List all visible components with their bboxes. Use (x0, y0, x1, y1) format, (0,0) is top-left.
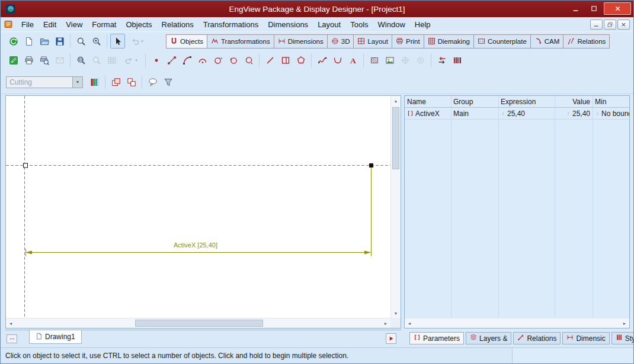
scroll-right-icon[interactable]: ► (620, 318, 629, 328)
tab-relations-panel[interactable]: Relations (513, 332, 561, 344)
menu-file[interactable]: File (17, 19, 39, 30)
polygon-tool-button[interactable] (293, 53, 308, 68)
open-project-button[interactable] (37, 34, 52, 49)
line-tool-button[interactable] (164, 53, 179, 68)
panel-hscrollbar[interactable]: ◄ ► (405, 318, 629, 328)
text-tool-button[interactable]: A (345, 53, 360, 68)
tab-3d[interactable]: 3D (327, 34, 354, 49)
tab-objects[interactable]: Objects (166, 34, 207, 49)
send-button[interactable] (52, 53, 67, 68)
show-layer-button-2[interactable] (124, 75, 139, 89)
point-icon (152, 56, 161, 65)
center-mark-tool-button[interactable] (398, 53, 412, 68)
barcode-tool-button[interactable] (450, 53, 465, 68)
layer-colors-button[interactable] (87, 75, 102, 89)
construction-line-tool-button[interactable] (262, 53, 277, 68)
arc-center-tool-button[interactable] (195, 53, 210, 68)
redo-button[interactable]: ▾ (120, 53, 142, 68)
tab-styles[interactable]: Styles (611, 332, 634, 344)
mdi-minimize-button[interactable] (590, 20, 603, 30)
tab-label: Dimensic (576, 334, 605, 343)
circle-tool-button-1[interactable] (210, 53, 225, 68)
dropdown-chevron-icon[interactable]: ▾ (141, 39, 143, 44)
tab-layout[interactable]: Layout (353, 34, 392, 49)
drawing-canvas[interactable]: ActiveX [25,40] (6, 96, 390, 318)
close-button[interactable] (604, 2, 631, 15)
sheet-menu-button[interactable] (7, 334, 17, 343)
tab-relations[interactable]: Relations (563, 34, 610, 49)
zoom-extents-button[interactable] (89, 53, 104, 68)
scroll-down-icon[interactable]: ▼ (391, 308, 401, 318)
scroll-up-icon[interactable]: ▲ (391, 96, 401, 105)
dropdown-chevron-icon[interactable]: ▾ (135, 58, 137, 63)
maximize-button[interactable] (585, 2, 603, 15)
tab-cam[interactable]: CAM (530, 34, 563, 49)
minimize-button[interactable] (567, 2, 584, 15)
zoom-button[interactable] (73, 34, 88, 49)
mdi-close-button[interactable] (617, 20, 630, 30)
hatch-tool-button[interactable] (367, 53, 382, 68)
callout-button[interactable] (145, 75, 160, 89)
app-logo-icon[interactable] (6, 4, 15, 14)
arc-3pt-tool-button[interactable] (180, 53, 194, 68)
tab-parameters[interactable]: Parameters (409, 332, 464, 344)
undo-button[interactable]: ▾ (126, 34, 148, 49)
sheet-nav-button[interactable] (386, 333, 396, 344)
show-layer-button-1[interactable] (108, 75, 123, 89)
standard-button[interactable] (6, 34, 21, 49)
menu-help[interactable]: Help (410, 19, 436, 30)
chevron-down-icon[interactable]: ▼ (72, 77, 82, 88)
tab-layers[interactable]: Layers & (466, 332, 511, 344)
print-preview-button[interactable] (37, 53, 52, 68)
menu-objects[interactable]: Objects (121, 19, 156, 30)
new-document-button[interactable] (21, 34, 36, 49)
rectangle-tool-button[interactable] (278, 53, 293, 68)
bridges-tool-button[interactable] (434, 53, 449, 68)
tab-print[interactable]: Print (392, 34, 424, 49)
tab-dimensions-panel[interactable]: Dimensic (562, 332, 609, 344)
hscroll-thumb[interactable] (135, 320, 263, 327)
mdi-restore-button[interactable] (604, 20, 616, 30)
scroll-right-icon[interactable]: ► (381, 318, 390, 328)
handle-left[interactable] (24, 163, 28, 167)
tab-transformations[interactable]: Transformations (207, 34, 274, 49)
menu-layout[interactable]: Layout (313, 19, 345, 30)
save-button[interactable] (52, 34, 67, 49)
grid-button[interactable] (104, 53, 119, 68)
tab-counterplate[interactable]: Counterplate (473, 34, 530, 49)
tab-diemaking[interactable]: Diemaking (424, 34, 473, 49)
document-icon[interactable] (4, 20, 13, 29)
menu-dimensions[interactable]: Dimensions (263, 19, 313, 30)
select-tool-button[interactable] (110, 34, 125, 49)
print-button[interactable] (21, 53, 36, 68)
table-row[interactable]: ActiveXMainf25,40f25,40fNo bound (405, 108, 629, 120)
handle-right[interactable] (369, 163, 373, 167)
image-tool-button[interactable] (382, 53, 397, 68)
canvas-hscrollbar[interactable]: ◄ ► (6, 318, 390, 328)
menu-view[interactable]: View (61, 19, 87, 30)
dimension-label[interactable]: ActiveX [25,40] (174, 241, 217, 249)
canvas-vscrollbar[interactable]: ▲ ▼ (390, 96, 401, 318)
menu-window[interactable]: Window (373, 19, 410, 30)
point-tool-button[interactable] (149, 53, 164, 68)
layer-select[interactable]: Cutting ▼ (6, 76, 83, 88)
menu-edit[interactable]: Edit (39, 19, 61, 30)
erase-tool-button[interactable] (413, 53, 428, 68)
filter-button[interactable] (161, 75, 175, 89)
curve-tool-button[interactable] (330, 53, 345, 68)
menu-relations[interactable]: Relations (157, 19, 198, 30)
circle-tool-button-3[interactable] (241, 53, 256, 68)
zoom-window-button[interactable] (73, 53, 88, 68)
scroll-left-icon[interactable]: ◄ (6, 318, 15, 328)
zoom-in-button[interactable] (89, 34, 104, 49)
tab-drawing1[interactable]: Drawing1 (29, 330, 82, 344)
menu-format[interactable]: Format (87, 19, 121, 30)
menu-tools[interactable]: Tools (345, 19, 373, 30)
vscroll-thumb[interactable] (392, 107, 399, 169)
menu-transformations[interactable]: Transformations (198, 19, 263, 30)
tab-dimensions[interactable]: Dimensions (274, 34, 327, 49)
circle-tool-button-2[interactable] (226, 53, 241, 68)
edit-standard-button[interactable] (6, 53, 21, 68)
scroll-left-icon[interactable]: ◄ (405, 318, 414, 328)
spline-tool-button[interactable] (315, 53, 329, 68)
